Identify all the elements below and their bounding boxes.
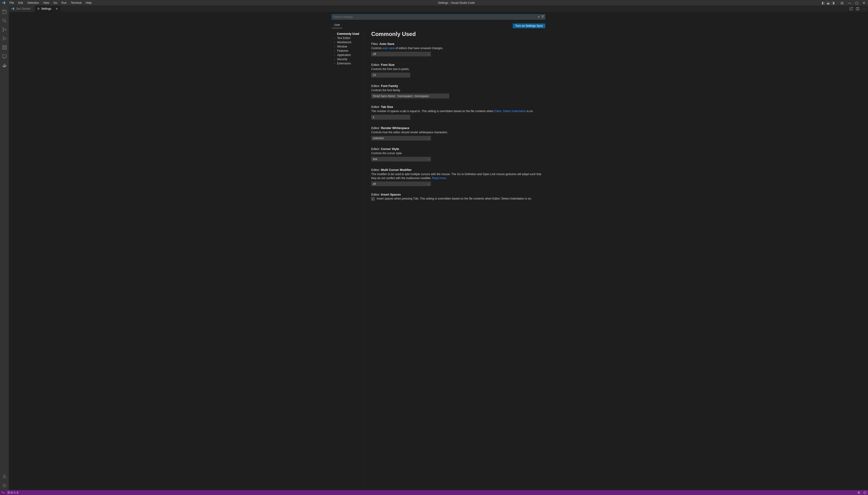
fontsize-input[interactable] xyxy=(371,73,410,78)
chevron-right-icon: › xyxy=(334,54,337,56)
problems-status[interactable]: ⓧ0 ⚠0 xyxy=(6,491,19,494)
toggle-primary-sidebar-icon[interactable]: ◧ xyxy=(822,1,825,5)
svg-point-3 xyxy=(5,29,6,30)
chevron-right-icon: › xyxy=(334,41,337,44)
close-icon[interactable]: ✕ xyxy=(55,7,58,11)
titlebar: File Edit Selection View Go Run Terminal… xyxy=(0,0,868,5)
svg-rect-6 xyxy=(5,48,6,49)
menu-file[interactable]: File xyxy=(7,0,16,5)
warning-icon: ⚠ xyxy=(13,491,16,494)
docker-icon[interactable] xyxy=(0,61,9,70)
tab-label: Settings xyxy=(41,7,51,10)
layout-controls: ◧ ⬓ ◨ ▤ xyxy=(819,1,846,5)
toc-security[interactable]: ›Security xyxy=(332,57,362,61)
svg-point-10 xyxy=(4,485,5,486)
menu-terminal[interactable]: Terminal xyxy=(69,0,83,5)
svg-rect-7 xyxy=(5,46,6,47)
menu-go[interactable]: Go xyxy=(51,0,59,5)
remote-indicator[interactable] xyxy=(0,490,6,495)
status-bar: ⓧ0 ⚠0 xyxy=(0,490,868,495)
setting-files-autosave: Files: Auto Save Controls auto save of e… xyxy=(371,42,543,56)
autosave-link[interactable]: auto save xyxy=(382,47,395,50)
toggle-secondary-sidebar-icon[interactable]: ◨ xyxy=(832,1,835,5)
section-heading: Commonly Used xyxy=(371,31,545,37)
settings-icon: ⚙ xyxy=(37,7,40,10)
autosave-dropdown[interactable]: off⌄ xyxy=(371,52,431,56)
insertspaces-checkbox[interactable]: ✓ xyxy=(371,197,375,201)
clear-search-icon[interactable]: ≡ xyxy=(538,15,540,19)
tab-get-started[interactable]: Get Started xyxy=(9,5,35,12)
tab-settings[interactable]: ⚙ Settings ✕ xyxy=(35,5,61,12)
toc-text-editor[interactable]: ›Text Editor xyxy=(332,36,362,40)
menu-selection[interactable]: Selection xyxy=(25,0,41,5)
settings-gear-icon[interactable] xyxy=(0,481,9,490)
chevron-down-icon: ⌄ xyxy=(427,183,429,185)
svg-point-2 xyxy=(3,31,3,32)
toc-features[interactable]: ›Features xyxy=(332,49,362,53)
svg-point-9 xyxy=(3,475,5,477)
tabsize-input[interactable] xyxy=(371,115,410,120)
scope-tab-user[interactable]: User xyxy=(332,22,342,28)
toc-application[interactable]: ›Application xyxy=(332,53,362,57)
toc-commonly-used[interactable]: Commonly Used xyxy=(332,32,362,36)
open-settings-json-icon[interactable] xyxy=(849,7,853,11)
menu-edit[interactable]: Edit xyxy=(16,0,25,5)
customize-layout-icon[interactable]: ▤ xyxy=(840,1,844,5)
chevron-right-icon: › xyxy=(334,45,337,48)
chevron-right-icon: › xyxy=(334,37,337,39)
detect-indentation-link[interactable]: Editor: Detect Indentation xyxy=(494,109,526,113)
menubar: File Edit Selection View Go Run Terminal… xyxy=(7,0,93,5)
toc-window[interactable]: ›Window xyxy=(332,45,362,49)
chevron-down-icon: ⌄ xyxy=(427,137,429,139)
source-control-icon[interactable] xyxy=(0,25,9,34)
settings-list[interactable]: Commonly Used Files: Auto Save Controls … xyxy=(364,31,545,490)
chevron-right-icon: › xyxy=(334,50,337,52)
split-editor-icon[interactable] xyxy=(856,7,860,11)
toggle-panel-icon[interactable]: ⬓ xyxy=(827,1,830,5)
explorer-icon[interactable] xyxy=(0,7,9,16)
maximize-button[interactable]: ▢ xyxy=(853,0,860,5)
chevron-right-icon: › xyxy=(334,58,337,61)
readmore-link[interactable]: Read more xyxy=(432,176,446,180)
setting-editor-multicursor: Editor: Multi Cursor Modifier The modifi… xyxy=(371,168,543,186)
tab-bar: Get Started ⚙ Settings ✕ ··· xyxy=(9,5,868,12)
cursorstyle-dropdown[interactable]: line⌄ xyxy=(371,157,431,161)
accounts-icon[interactable] xyxy=(0,472,9,481)
settings-sync-button[interactable]: Turn on Settings Sync xyxy=(513,23,545,28)
menu-run[interactable]: Run xyxy=(59,0,68,5)
setting-editor-renderwhitespace: Editor: Render Whitespace Controls how t… xyxy=(371,126,543,140)
svg-rect-5 xyxy=(2,48,4,49)
minimize-button[interactable]: — xyxy=(846,0,853,5)
tab-label: Get Started xyxy=(16,7,30,10)
svg-rect-8 xyxy=(2,55,6,57)
search-icon[interactable] xyxy=(0,16,9,25)
setting-editor-fontfamily: Editor: Font Family Controls the font fa… xyxy=(371,84,543,99)
menu-view[interactable]: View xyxy=(41,0,51,5)
svg-rect-4 xyxy=(2,46,4,47)
window-title: Settings - Visual Studio Code xyxy=(93,1,819,4)
chevron-down-icon: ⌄ xyxy=(427,53,429,55)
notifications-icon[interactable] xyxy=(862,491,868,494)
multicursor-dropdown[interactable]: alt⌄ xyxy=(371,182,431,186)
svg-point-1 xyxy=(3,28,3,29)
toc-extensions[interactable]: ›Extensions xyxy=(332,61,362,66)
settings-search-input[interactable] xyxy=(332,14,545,19)
close-button[interactable]: ✕ xyxy=(861,0,868,5)
editor-actions: ··· xyxy=(847,5,868,12)
more-actions-icon[interactable]: ··· xyxy=(862,7,866,11)
filter-icon[interactable] xyxy=(541,15,544,19)
vscode-icon xyxy=(2,1,6,5)
fontfamily-input[interactable] xyxy=(371,93,449,99)
settings-editor: ≡ User Turn on Settings Sync Commonly Us… xyxy=(9,12,868,490)
menu-help[interactable]: Help xyxy=(84,0,93,5)
setting-editor-insertspaces: Editor: Insert Spaces ✓ Insert spaces wh… xyxy=(371,193,543,201)
toc-workbench[interactable]: ›Workbench xyxy=(332,40,362,45)
feedback-icon[interactable] xyxy=(856,491,862,494)
editor-area: Get Started ⚙ Settings ✕ ··· ≡ xyxy=(9,5,868,490)
run-debug-icon[interactable] xyxy=(0,34,9,43)
vscode-icon xyxy=(11,7,15,10)
extensions-icon[interactable] xyxy=(0,43,9,52)
remote-explorer-icon[interactable] xyxy=(0,52,9,61)
whitespace-dropdown[interactable]: selection⌄ xyxy=(371,136,431,140)
detect-indentation-link[interactable]: Editor: Detect Indentation xyxy=(492,197,524,200)
